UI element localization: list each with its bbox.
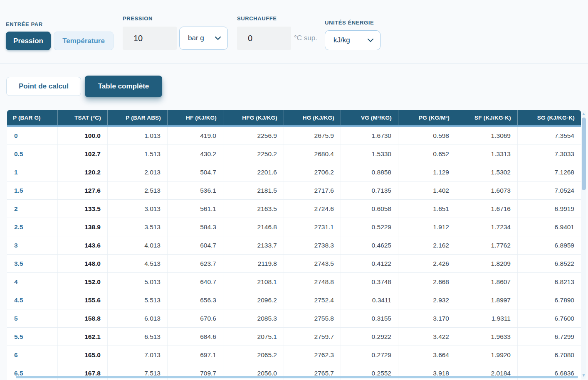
column-header: SF (KJ/KG·K) [456, 110, 518, 125]
table-cell: 656.3 [168, 291, 223, 309]
table-cell: 3.5 [7, 255, 58, 272]
table-cell: 1.9633 [456, 328, 518, 346]
table-row: 3.5148.04.513623.72119.82743.50.41222.42… [7, 255, 581, 273]
pressure-label: PRESSION [123, 15, 153, 22]
table-cell: 2738.3 [284, 236, 341, 254]
table-cell: 2 [7, 200, 58, 218]
vertical-scrollbar[interactable]: ▲ ▼ [581, 110, 586, 379]
table-cell: 0.598 [398, 127, 456, 145]
superheat-label: SURCHAUFFE [237, 15, 277, 22]
table-cell: 1.5302 [456, 163, 518, 181]
table-cell: 1.7762 [456, 236, 518, 254]
table-cell: 670.6 [168, 309, 223, 327]
table-cell: 2680.4 [284, 145, 341, 163]
table-cell: 2.668 [398, 273, 456, 291]
pressure-unit-select[interactable]: bar g [179, 27, 228, 50]
table-row: 0100.01.013419.02256.92675.91.67300.5981… [7, 127, 581, 145]
energy-units-select[interactable]: kJ/kg [325, 30, 380, 50]
table-cell: 2133.7 [223, 236, 284, 254]
table-cell: 1.651 [398, 200, 456, 218]
table-cell: 5.513 [108, 291, 168, 309]
table-cell: 2743.5 [284, 255, 341, 272]
table-cell: 4.013 [108, 236, 168, 254]
table-cell: 2.932 [398, 291, 456, 309]
table-cell: 4 [7, 273, 58, 291]
steam-table: P (BAR G)TSAT (°C)P (BAR ABS)HF (KJ/KG)H… [7, 110, 581, 380]
table-row: 3143.64.013604.72133.72738.30.46252.1621… [7, 236, 581, 255]
column-header: HF (KJ/KG) [168, 110, 223, 125]
entry-mode-pressure-button[interactable]: Pression [6, 32, 51, 50]
table-cell: 1.5330 [341, 145, 398, 163]
column-header: SG (KJ/KG·K) [518, 110, 581, 125]
table-cell: 7.0524 [518, 181, 581, 199]
table-cell: 2748.8 [284, 273, 341, 291]
table-cell: 143.6 [58, 236, 108, 254]
table-cell: 2201.6 [223, 163, 284, 181]
column-header: HFG (KJ/KG) [223, 110, 284, 125]
chevron-down-icon [215, 37, 221, 40]
table-cell: 5.5 [7, 328, 58, 346]
table-cell: 7.3554 [518, 127, 581, 145]
table-cell: 1.402 [398, 181, 456, 199]
table-cell: 3 [7, 236, 58, 254]
table-cell: 2.513 [108, 181, 168, 199]
table-cell: 4.5 [7, 291, 58, 309]
table-cell: 1.013 [108, 127, 168, 145]
table-cell: 1.7234 [456, 218, 518, 236]
table-cell: 2731.1 [284, 218, 341, 236]
table-row: 5158.86.013670.62085.32755.80.31553.1701… [7, 309, 581, 328]
table-cell: 2752.4 [284, 291, 341, 309]
table-cell: 3.170 [398, 309, 456, 327]
chevron-down-icon [368, 39, 373, 42]
table-cell: 0.3155 [341, 309, 398, 327]
table-row: 6165.07.013697.12065.22762.30.27293.6641… [7, 346, 581, 364]
table-row: 5.5162.16.513684.62075.12759.70.29223.42… [7, 328, 581, 346]
horizontal-scrollbar-thumb[interactable] [16, 376, 578, 378]
table-row: 4.5155.65.513656.32096.22752.40.34112.93… [7, 291, 581, 309]
table-cell: 6.7890 [518, 291, 581, 309]
entry-mode-temperature-button[interactable]: Température [54, 32, 114, 50]
scroll-up-icon[interactable]: ▲ [581, 111, 586, 117]
table-cell: 1.513 [108, 145, 168, 163]
table-cell: 1.8607 [456, 273, 518, 291]
entry-mode-label: ENTRÉE PAR [6, 21, 43, 27]
scroll-down-icon[interactable]: ▼ [581, 373, 586, 378]
table-cell: 2675.9 [284, 127, 341, 145]
table-cell: 2065.2 [223, 346, 284, 364]
tab-full-table[interactable]: Table complète [85, 76, 162, 97]
table-cell: 158.8 [58, 309, 108, 327]
pressure-input[interactable] [123, 27, 177, 50]
table-cell: 7.1268 [518, 163, 581, 181]
table-cell: 1.6730 [341, 127, 398, 145]
section-divider [0, 63, 588, 64]
table-cell: 430.2 [168, 145, 223, 163]
table-cell: 2724.6 [284, 200, 341, 218]
superheat-unit-suffix: °C sup. [294, 34, 317, 42]
tab-calculation-point[interactable]: Point de calcul [6, 77, 81, 96]
table-cell: 2.162 [398, 236, 456, 254]
vertical-scrollbar-thumb[interactable] [582, 118, 586, 190]
table-cell: 6.9919 [518, 200, 581, 218]
table-cell: 1 [7, 163, 58, 181]
table-cell: 1.3069 [456, 127, 518, 145]
table-cell: 1.8209 [456, 255, 518, 272]
table-cell: 419.0 [168, 127, 223, 145]
table-cell: 1.6073 [456, 181, 518, 199]
table-row: 4152.05.013640.72108.12748.80.37482.6681… [7, 273, 581, 291]
table-cell: 2755.8 [284, 309, 341, 327]
table-cell: 148.0 [58, 255, 108, 272]
table-cell: 2163.5 [223, 200, 284, 218]
table-cell: 2717.6 [284, 181, 341, 199]
energy-units-label: UNITÉS ÉNERGIE [325, 20, 374, 26]
table-cell: 684.6 [168, 328, 223, 346]
table-header-row: P (BAR G)TSAT (°C)P (BAR ABS)HF (KJ/KG)H… [7, 110, 581, 127]
table-cell: 6.013 [108, 309, 168, 327]
column-header: HG (KJ/KG) [284, 110, 341, 125]
table-cell: 133.5 [58, 200, 108, 218]
table-cell: 0.2729 [341, 346, 398, 364]
table-cell: 1.8997 [456, 291, 518, 309]
table-cell: 2250.2 [223, 145, 284, 163]
superheat-input[interactable] [237, 27, 291, 50]
table-cell: 604.7 [168, 236, 223, 254]
table-cell: 1.3313 [456, 145, 518, 163]
